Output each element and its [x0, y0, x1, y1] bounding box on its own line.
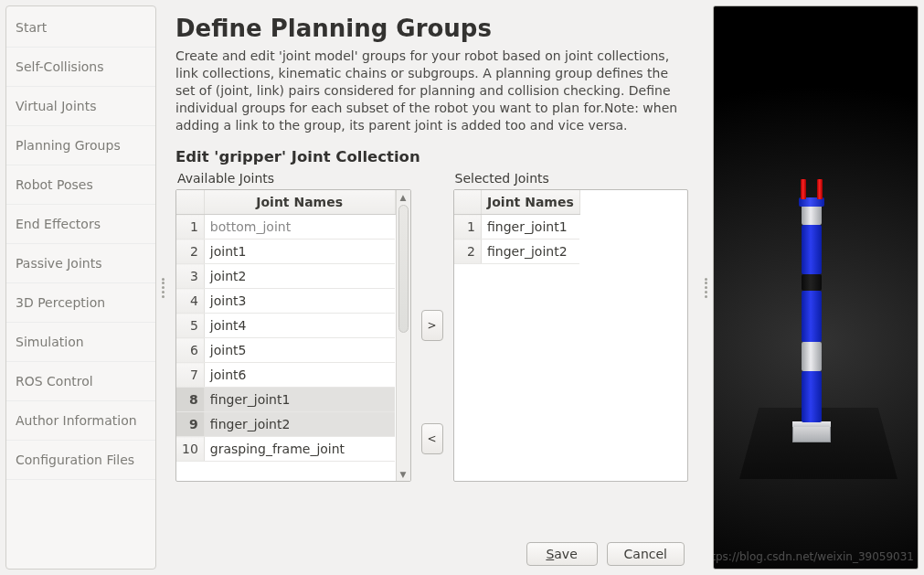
robot-3d-viewer[interactable]: https://blog.csdn.net/weixin_39059031: [713, 5, 919, 570]
selected-header-names[interactable]: Joint Names: [482, 190, 580, 215]
available-scroll-area[interactable]: Joint Names 1bottom_joint 2joint1 3joint…: [176, 190, 396, 481]
available-list: Joint Names 1bottom_joint 2joint1 3joint…: [175, 189, 411, 482]
selected-label: Selected Joints: [455, 171, 689, 186]
scroll-down-icon[interactable]: ▼: [397, 467, 410, 481]
sidebar-item-planning-groups[interactable]: Planning Groups: [6, 126, 155, 165]
save-button[interactable]: Save: [526, 542, 598, 566]
robot-base: [792, 426, 831, 442]
robot-finger: [801, 179, 806, 199]
table-row[interactable]: 3joint2: [176, 264, 395, 289]
table-row[interactable]: 2joint1: [176, 240, 395, 264]
table-row[interactable]: 8finger_joint1: [176, 388, 395, 412]
sidebar-item-self-collisions[interactable]: Self-Collisions: [6, 48, 155, 87]
splitter-left[interactable]: [160, 0, 166, 575]
cancel-button[interactable]: Cancel: [607, 542, 685, 566]
robot-link: [802, 371, 822, 422]
available-scrollbar[interactable]: ▲ ▼: [396, 190, 410, 481]
sidebar-item-ros-control[interactable]: ROS Control: [6, 362, 155, 401]
table-row[interactable]: 5joint4: [176, 314, 395, 338]
available-label: Available Joints: [177, 171, 411, 186]
sidebar-item-3d-perception[interactable]: 3D Perception: [6, 283, 155, 323]
selected-scroll-area[interactable]: Joint Names 1finger_joint1 2finger_joint…: [454, 190, 688, 481]
available-header-names[interactable]: Joint Names: [204, 190, 395, 215]
table-row[interactable]: 10grasping_frame_joint: [176, 437, 395, 462]
add-button[interactable]: >: [421, 310, 443, 341]
sidebar-item-end-effectors[interactable]: End Effectors: [6, 205, 155, 244]
robot-link: [802, 342, 822, 371]
viewer-panel: https://blog.csdn.net/weixin_39059031: [713, 5, 919, 570]
selected-header-index[interactable]: [454, 190, 482, 215]
splitter-right[interactable]: [703, 0, 709, 575]
sidebar-item-passive-joints[interactable]: Passive Joints: [6, 244, 155, 283]
joint-editor: Available Joints Joint Names 1botto: [175, 169, 688, 531]
sidebar-item-configuration-files[interactable]: Configuration Files: [6, 441, 155, 480]
sidebar: Start Self-Collisions Virtual Joints Pla…: [5, 5, 156, 570]
robot-finger: [817, 179, 823, 199]
robot-link: [802, 291, 822, 342]
sidebar-item-virtual-joints[interactable]: Virtual Joints: [6, 87, 155, 126]
table-row[interactable]: 9finger_joint2: [176, 412, 395, 437]
transfer-buttons: > <: [420, 169, 444, 531]
page-title: Define Planning Groups: [175, 15, 688, 42]
selected-list: Joint Names 1finger_joint1 2finger_joint…: [453, 189, 689, 482]
available-header-index[interactable]: [176, 190, 204, 215]
available-column: Available Joints Joint Names 1botto: [175, 169, 411, 531]
sidebar-item-simulation[interactable]: Simulation: [6, 323, 155, 362]
subheading: Edit 'gripper' Joint Collection: [175, 148, 688, 165]
table-row[interactable]: 1bottom_joint: [176, 215, 395, 240]
watermark-text: https://blog.csdn.net/weixin_39059031: [713, 550, 914, 563]
scroll-up-icon[interactable]: ▲: [397, 190, 410, 204]
robot-link: [802, 274, 822, 291]
selected-column: Selected Joints Joint Names 1finger: [453, 169, 689, 531]
selected-table: Joint Names 1finger_joint1 2finger_joint…: [454, 190, 580, 264]
remove-button[interactable]: <: [421, 423, 443, 454]
table-row[interactable]: 7joint6: [176, 363, 395, 388]
table-row[interactable]: 4joint3: [176, 289, 395, 314]
scroll-thumb[interactable]: [398, 205, 409, 333]
app-root: Start Self-Collisions Virtual Joints Pla…: [0, 0, 924, 575]
table-row[interactable]: 6joint5: [176, 338, 395, 363]
table-row[interactable]: 2finger_joint2: [454, 240, 580, 264]
available-table: Joint Names 1bottom_joint 2joint1 3joint…: [176, 190, 396, 462]
sidebar-item-start[interactable]: Start: [6, 8, 155, 48]
table-row[interactable]: 1finger_joint1: [454, 215, 580, 240]
sidebar-item-robot-poses[interactable]: Robot Poses: [6, 165, 155, 205]
robot-link: [802, 225, 822, 274]
main-panel: Define Planning Groups Create and edit '…: [166, 0, 703, 575]
sidebar-item-author-information[interactable]: Author Information: [6, 401, 155, 441]
footer-buttons: Save Cancel: [175, 531, 688, 566]
robot-link: [802, 205, 822, 225]
viewer-scene: https://blog.csdn.net/weixin_39059031: [714, 6, 918, 569]
page-description: Create and edit 'joint model' groups for…: [175, 48, 688, 133]
